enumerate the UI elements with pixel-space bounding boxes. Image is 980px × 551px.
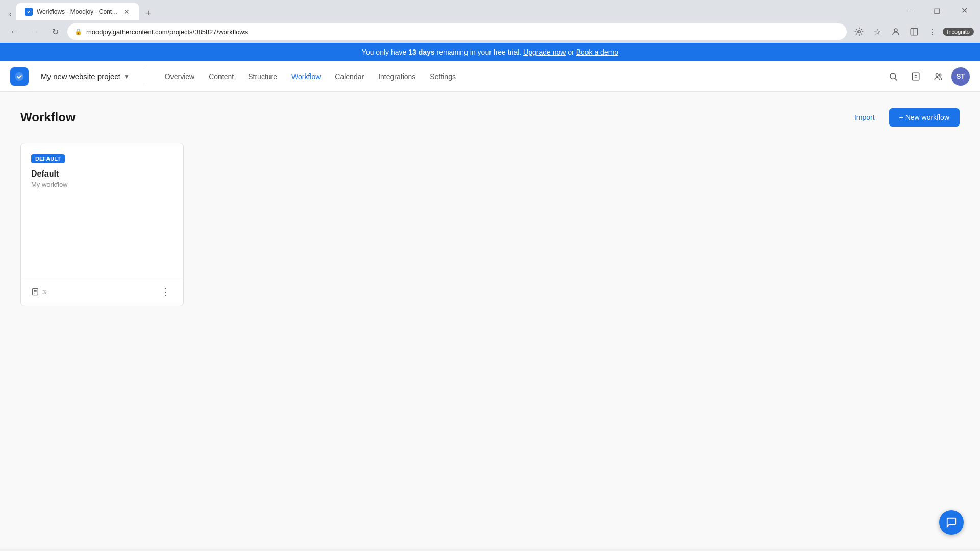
app-header: My new website project ▼ Overview Conten…: [0, 61, 980, 92]
nav-content[interactable]: Content: [203, 68, 240, 85]
trial-banner: You only have 13 days remaining in your …: [0, 43, 980, 61]
browser-sidebar-icon[interactable]: [906, 23, 922, 40]
browser-addressbar: ← → ↻ 🔒 moodjoy.gathercontent.com/projec…: [0, 20, 980, 43]
window-close-btn[interactable]: ✕: [952, 2, 976, 18]
workflow-card-footer: 3 ⋮: [21, 278, 183, 306]
tab-favicon: [24, 8, 33, 16]
app-content: You only have 13 days remaining in your …: [0, 43, 980, 549]
workflow-card-body: Default My workflow: [21, 169, 183, 278]
incognito-badge: Incognito: [943, 28, 974, 36]
svg-point-4: [890, 73, 896, 79]
nav-settings[interactable]: Settings: [424, 68, 462, 85]
browser-back-btn[interactable]: ←: [6, 23, 22, 40]
trial-or: or: [566, 48, 576, 56]
window-controls: ‒ ◻ ✕: [897, 2, 976, 18]
tab-title: Workflows - Moodjoy - Conten...: [37, 8, 118, 15]
svg-point-1: [894, 29, 897, 32]
bottom-scrollbar: [0, 549, 980, 551]
new-tab-btn[interactable]: +: [141, 6, 155, 20]
workflow-description: My workflow: [31, 181, 173, 188]
main-nav: Overview Content Structure Workflow Cale…: [159, 68, 872, 85]
browser-extensions-icon[interactable]: [851, 23, 867, 40]
svg-point-0: [858, 31, 861, 33]
trial-suffix: remaining in your free trial.: [435, 48, 522, 56]
workflow-card-top: DEFAULT: [21, 143, 183, 169]
workflow-default-badge: DEFAULT: [31, 154, 65, 163]
workflows-grid: DEFAULT Default My workflow 3 ⋮: [20, 143, 960, 306]
workflow-menu-btn[interactable]: ⋮: [158, 284, 173, 299]
browser-chrome: ‹ Workflows - Moodjoy - Conten... ✕ + ‒ …: [0, 0, 980, 551]
window-minimize-btn[interactable]: ‒: [897, 2, 921, 18]
browser-bookmark-btn[interactable]: ☆: [869, 23, 886, 40]
user-avatar[interactable]: ST: [951, 67, 970, 86]
browser-tab[interactable]: Workflows - Moodjoy - Conten... ✕: [16, 3, 139, 20]
browser-more-btn[interactable]: ⋮: [924, 23, 941, 40]
team-btn[interactable]: [929, 67, 947, 86]
nav-divider: [144, 69, 144, 84]
tab-back-btn[interactable]: ‹: [4, 8, 16, 20]
svg-line-5: [895, 78, 897, 80]
browser-reload-btn[interactable]: ↻: [47, 23, 63, 40]
nav-calendar[interactable]: Calendar: [329, 68, 370, 85]
page-actions: Import + New workflow: [846, 108, 960, 127]
document-icon: [31, 288, 39, 296]
header-actions: ST: [884, 67, 970, 86]
search-btn[interactable]: [884, 67, 902, 86]
project-name-label: My new website project: [41, 72, 120, 81]
svg-point-10: [939, 74, 941, 76]
window-restore-btn[interactable]: ◻: [925, 2, 948, 18]
project-selector[interactable]: My new website project ▼: [41, 72, 130, 81]
browser-toolbar-icons: ☆ ⋮ Incognito: [851, 23, 974, 40]
tab-close-btn[interactable]: ✕: [122, 7, 131, 17]
workflow-count: 3: [31, 288, 46, 296]
trial-prefix: You only have: [362, 48, 408, 56]
lock-icon: 🔒: [75, 28, 82, 35]
project-chevron-icon: ▼: [124, 73, 130, 80]
page-title: Workflow: [20, 110, 76, 124]
nav-structure[interactable]: Structure: [242, 68, 283, 85]
workflow-item-count: 3: [42, 288, 46, 296]
browser-tabs: ‹ Workflows - Moodjoy - Conten... ✕ +: [4, 0, 897, 20]
upgrade-link[interactable]: Upgrade now: [523, 48, 566, 56]
notifications-btn[interactable]: [906, 67, 925, 86]
browser-titlebar: ‹ Workflows - Moodjoy - Conten... ✕ + ‒ …: [0, 0, 980, 20]
page-content: Workflow Import + New workflow DEFAULT D…: [0, 92, 980, 549]
svg-point-9: [936, 73, 939, 76]
trial-days: 13 days: [408, 48, 434, 56]
svg-rect-2: [911, 28, 918, 35]
nav-workflow[interactable]: Workflow: [285, 68, 327, 85]
browser-profile-icon[interactable]: [888, 23, 904, 40]
app-logo[interactable]: [10, 67, 29, 86]
nav-integrations[interactable]: Integrations: [372, 68, 422, 85]
import-btn[interactable]: Import: [846, 109, 883, 126]
new-workflow-btn[interactable]: + New workflow: [889, 108, 960, 127]
address-url: moodjoy.gathercontent.com/projects/38582…: [86, 28, 248, 36]
address-bar[interactable]: 🔒 moodjoy.gathercontent.com/projects/385…: [67, 23, 847, 40]
nav-overview[interactable]: Overview: [159, 68, 201, 85]
demo-link[interactable]: Book a demo: [576, 48, 619, 56]
workflow-name: Default: [31, 169, 173, 179]
workflow-card[interactable]: DEFAULT Default My workflow 3 ⋮: [20, 143, 184, 306]
page-header: Workflow Import + New workflow: [20, 108, 960, 127]
chat-support-btn[interactable]: [939, 510, 964, 535]
browser-forward-btn[interactable]: →: [27, 23, 43, 40]
